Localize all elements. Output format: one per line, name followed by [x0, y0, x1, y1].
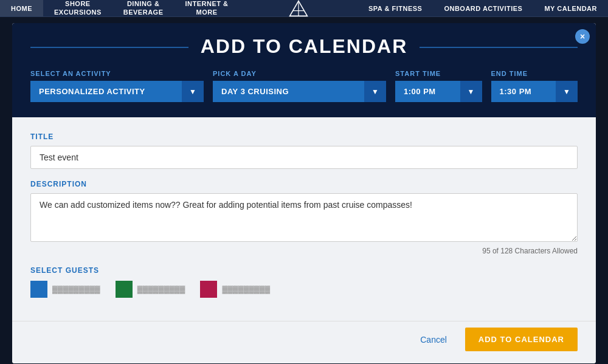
nav-bar: HOME SHOREEXCURSIONS DINING &BEVERAGE IN…: [0, 0, 608, 17]
guest-avatar-3: [200, 281, 217, 298]
cancel-button[interactable]: Cancel: [411, 330, 456, 349]
description-textarea[interactable]: We can add customized items now?? Great …: [30, 193, 578, 242]
day-label: PICK A DAY: [213, 70, 386, 77]
end-time-field-group: END TIME 1:30 PM ▼: [491, 70, 578, 102]
title-form-label: TITLE: [30, 132, 578, 141]
start-time-label: START TIME: [395, 70, 482, 77]
nav-logo: [240, 0, 358, 17]
end-time-label: END TIME: [491, 70, 578, 77]
day-select[interactable]: DAY 3 CRUISING ▼: [213, 81, 386, 102]
add-to-calendar-button[interactable]: ADD TO CALENDAR: [465, 328, 578, 351]
activity-dropdown-arrow[interactable]: ▼: [182, 81, 204, 102]
description-form-label: DESCRIPTION: [30, 180, 578, 188]
modal: × ADD TO CALENDAR SELECT AN ACTIVITY PER…: [12, 23, 596, 363]
guests-section: SELECT GUESTS ▓▓▓▓▓▓▓▓▓ ▓▓▓▓▓▓▓▓▓ ▓▓▓▓▓▓…: [30, 266, 578, 298]
char-count: 95 of 128 Characters Allowed: [30, 247, 578, 255]
start-time-field-group: START TIME 1:00 PM ▼: [395, 70, 482, 102]
end-time-select[interactable]: 1:30 PM ▼: [491, 81, 578, 102]
modal-header: × ADD TO CALENDAR SELECT AN ACTIVITY PER…: [12, 23, 596, 117]
title-section: TITLE: [30, 132, 578, 169]
guests-label: SELECT GUESTS: [30, 266, 578, 275]
activity-field-group: SELECT AN ACTIVITY PERSONALIZED ACTIVITY…: [30, 70, 204, 102]
nav-item-spa[interactable]: SPA & FITNESS: [358, 0, 433, 16]
guest-avatar-2: [116, 281, 133, 298]
start-time-dropdown-arrow[interactable]: ▼: [460, 81, 482, 102]
nav-item-calendar[interactable]: MY CALENDAR: [533, 0, 608, 16]
start-time-select[interactable]: 1:00 PM ▼: [395, 81, 482, 102]
nav-item-shore[interactable]: SHOREEXCURSIONS: [43, 0, 112, 16]
guest-name-1: ▓▓▓▓▓▓▓▓▓: [52, 285, 100, 294]
modal-fields: SELECT AN ACTIVITY PERSONALIZED ACTIVITY…: [30, 70, 578, 102]
guest-item-2[interactable]: ▓▓▓▓▓▓▓▓▓: [116, 281, 185, 298]
activity-label: SELECT AN ACTIVITY: [30, 70, 204, 77]
title-input[interactable]: [30, 146, 578, 169]
day-select-button[interactable]: DAY 3 CRUISING: [213, 81, 364, 102]
guest-item-1[interactable]: ▓▓▓▓▓▓▓▓▓: [30, 281, 100, 298]
nav-item-internet[interactable]: INTERNET &MORE: [174, 0, 240, 16]
activity-select-button[interactable]: PERSONALIZED ACTIVITY: [30, 81, 182, 102]
nav-item-onboard[interactable]: ONBOARD ACTIVITIES: [433, 0, 533, 16]
modal-body: TITLE DESCRIPTION We can add customized …: [12, 117, 596, 321]
nav-item-home[interactable]: HOME: [0, 0, 43, 16]
start-time-select-button[interactable]: 1:00 PM: [395, 81, 460, 102]
end-time-dropdown-arrow[interactable]: ▼: [556, 81, 578, 102]
guest-name-3: ▓▓▓▓▓▓▓▓▓: [222, 285, 270, 294]
description-section: DESCRIPTION We can add customized items …: [30, 180, 578, 255]
guest-name-2: ▓▓▓▓▓▓▓▓▓: [137, 285, 185, 294]
day-dropdown-arrow[interactable]: ▼: [364, 81, 386, 102]
guest-item-3[interactable]: ▓▓▓▓▓▓▓▓▓: [200, 281, 270, 298]
end-time-select-button[interactable]: 1:30 PM: [491, 81, 556, 102]
modal-title: ADD TO CALENDAR: [30, 35, 578, 58]
nav-item-dining[interactable]: DINING &BEVERAGE: [112, 0, 174, 16]
guests-list: ▓▓▓▓▓▓▓▓▓ ▓▓▓▓▓▓▓▓▓ ▓▓▓▓▓▓▓▓▓: [30, 281, 578, 298]
activity-select[interactable]: PERSONALIZED ACTIVITY ▼: [30, 81, 204, 102]
day-field-group: PICK A DAY DAY 3 CRUISING ▼: [213, 70, 386, 102]
guest-avatar-1: [30, 281, 47, 298]
modal-footer: Cancel ADD TO CALENDAR: [12, 321, 596, 363]
modal-overlay: × ADD TO CALENDAR SELECT AN ACTIVITY PER…: [0, 17, 608, 364]
